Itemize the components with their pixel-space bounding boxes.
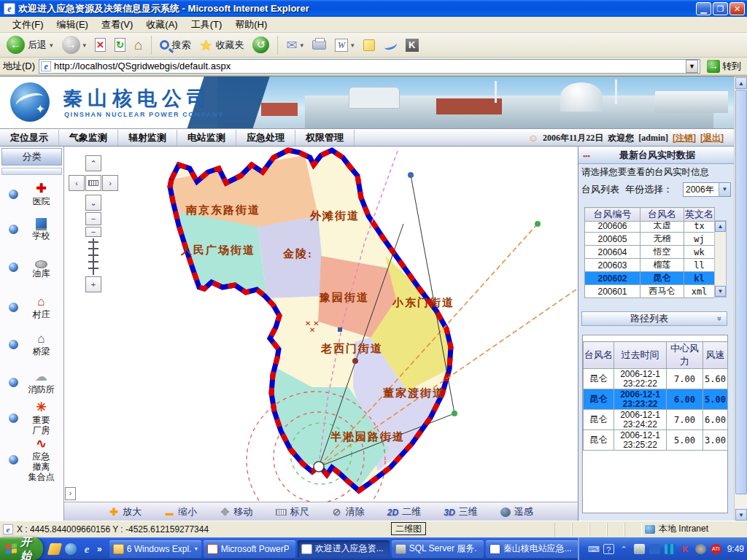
exit-link[interactable]: [退出] [700,132,724,144]
back-button[interactable]: ← 后退 ▾ [3,34,57,56]
go-button[interactable]: → 转到 [704,60,744,73]
zoom-slider-top-button[interactable]: − [85,227,101,237]
edit-word-button[interactable]: W▾ [331,34,358,56]
path-row[interactable]: 昆仑 2006-12-123:25:22 5.00 3.00 [584,430,728,451]
mail-button[interactable]: ✉▾ [282,34,307,56]
path-row[interactable]: 昆仑 2006-12-123:24:22 7.00 6.00 [584,410,728,430]
quicklaunch-messenger-icon[interactable] [47,543,62,555]
sidebar-category-item[interactable]: 学校 [0,218,64,241]
minimize-button[interactable]: ▁ [696,2,711,15]
taskbar-window-button[interactable]: SQL Server 服务... [392,540,484,558]
start-button[interactable]: 开始 [0,537,43,560]
scroll-down-icon[interactable]: ▼ [715,286,726,297]
pan-down-button[interactable]: ⌄ [85,195,101,211]
menu-item[interactable]: 帮助(H) [228,17,274,33]
sql-tray-icon[interactable] [634,544,645,554]
sidebar-category-item[interactable]: 桥梁 [0,332,64,357]
logout-link[interactable]: [注销] [673,132,696,144]
print-button[interactable] [309,34,330,56]
ati-tray-icon[interactable]: ATI [711,544,721,554]
page-scroll-up-icon[interactable]: ▲ [735,77,747,89]
sidebar-category-item[interactable]: 重要 厂房 [0,400,64,435]
nav-tab[interactable]: 电站监测 [177,130,236,146]
typhoon-table-scrollbar[interactable]: ▲ ▼ [714,220,727,298]
page-scroll-thumb[interactable] [735,90,747,494]
sidebar-collapse-button[interactable]: › [65,487,76,500]
notes-button[interactable] [360,34,379,56]
path-list-header[interactable]: 路径列表 « [581,311,727,326]
map-tool-button[interactable]: 遥感 [500,505,533,518]
taskbar-window-button[interactable]: 秦山核电站应急... [486,540,578,558]
address-dropdown-button[interactable]: ▼ [686,60,698,73]
nav-tab[interactable]: 权限管理 [295,130,355,146]
nav-tab[interactable]: 气象监测 [59,130,118,146]
map-tool-button[interactable]: 二维 [387,505,421,518]
pad-center-button[interactable] [85,175,101,191]
map-tool-button[interactable]: 放大 [109,505,142,518]
sphere-bullet-icon[interactable] [9,455,18,464]
quicklaunch-ie-icon[interactable]: e [81,543,93,555]
typhoon-row[interactable]: 200605 无稽 wj [585,233,715,246]
collapse-chevron-icon[interactable]: « [714,316,723,321]
page-scroll-down-icon[interactable]: ▼ [735,509,747,521]
maximize-button[interactable]: ❐ [713,2,728,15]
quicklaunch-more-icon[interactable]: » [97,544,102,554]
stop-button[interactable]: ✕ [91,34,109,56]
history-button[interactable]: ↺ [249,34,273,56]
zoom-slider[interactable] [93,238,94,275]
close-button[interactable]: ✕ [729,2,745,15]
menu-item[interactable]: 查看(V) [95,17,139,33]
sphere-bullet-icon[interactable] [9,225,18,234]
back-dropdown-icon[interactable]: ▾ [50,42,53,49]
sidebar-category-item[interactable]: 医院 [0,182,64,206]
antivirus-button[interactable]: K [402,34,422,56]
nav-tab[interactable]: 应急处理 [236,130,295,146]
sphere-bullet-icon[interactable] [9,262,18,272]
kaspersky-tray-icon[interactable]: K [680,544,691,554]
refresh-button[interactable]: ↻ [111,34,129,56]
map-tool-button[interactable]: 三维 [444,505,477,518]
sidebar-category-item[interactable]: 消防所 [0,370,64,394]
messenger-button[interactable] [380,34,400,56]
tray-chevron-icon[interactable]: ⌃ [619,544,630,554]
menu-item[interactable]: 文件(F) [6,17,50,33]
typhoon-row[interactable]: 200604 悟空 wk [585,246,715,259]
district-map[interactable]: ✕ ✕ ✕ [64,147,578,502]
help-tray-icon[interactable]: ? [603,544,614,554]
typhoon-row[interactable]: 200602 昆仑 kl [585,272,715,285]
search-button[interactable]: 搜索 [156,34,195,56]
taskbar-window-button[interactable]: Microsoft PowerP... [204,540,295,558]
forward-dropdown-icon[interactable]: ▾ [83,42,87,49]
sphere-bullet-icon[interactable] [9,378,18,387]
pan-up-button[interactable]: ⌃ [85,155,101,171]
sphere-bullet-icon[interactable] [9,340,18,349]
quicklaunch-msn-icon[interactable] [65,543,77,555]
map-tool-button[interactable]: 缩小 [164,505,197,518]
nav-tab[interactable]: 定位显示 [0,130,59,146]
page-scrollbar[interactable]: ▲ ▼ [734,77,747,521]
scroll-up-icon[interactable]: ▲ [715,221,726,232]
nav-tab[interactable]: 辐射监测 [118,130,177,146]
map-tool-button[interactable]: 标尺 [276,505,309,518]
pan-left-button[interactable]: ‹ [69,175,85,191]
path-row[interactable]: 昆仑 2006-12-123:23:22 6.00 5.00 [584,389,728,410]
keyboard-tray-icon[interactable]: ⌨ [588,544,599,554]
typhoon-row[interactable]: 200606 太虚 tx [585,222,715,233]
taskbar-window-button[interactable]: 欢迎进入应急资... [298,540,390,558]
home-button[interactable]: ⌂ [131,34,146,56]
volume-tray-icon[interactable] [695,544,706,554]
sphere-bullet-icon[interactable] [9,190,18,199]
address-url[interactable]: http://localhost/QSgridwebgis/default.as… [54,61,686,71]
menu-item[interactable]: 收藏(A) [139,17,184,33]
typhoon-row[interactable]: 200601 西马仑 xml [585,285,715,298]
pan-right-button[interactable]: › [102,175,118,191]
grid-tray-icon[interactable] [665,544,676,554]
typhoon-row[interactable]: 200603 榴莲 ll [585,259,715,272]
year-select-arrow-icon[interactable]: ▼ [719,183,730,196]
menu-item[interactable]: 工具(T) [185,17,229,33]
menu-item[interactable]: 编辑(E) [50,17,95,33]
network-tray-icon[interactable] [649,544,660,554]
year-select[interactable]: 2006年 ▼ [683,182,731,197]
sidebar-category-item[interactable]: 村庄 [0,295,64,319]
zoom-in-pad-button[interactable]: + [85,276,101,292]
